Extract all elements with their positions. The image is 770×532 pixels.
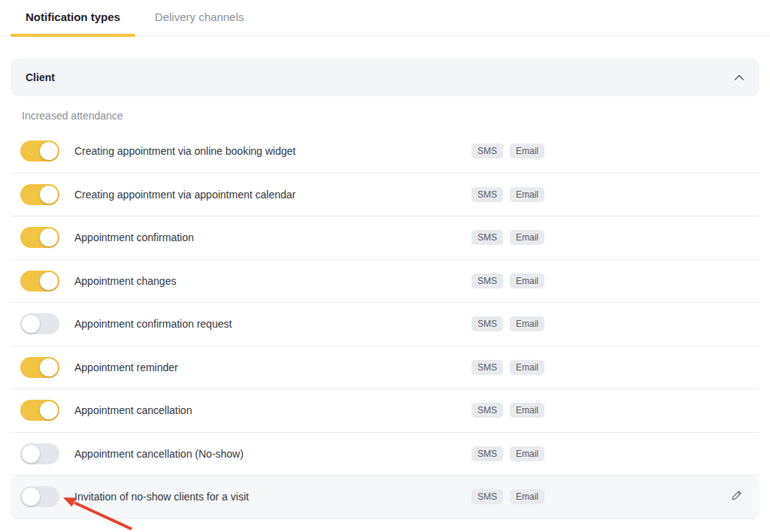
row-label: Appointment confirmation [74,231,194,243]
channel-badges: SMS Email [471,403,544,418]
row-appointment-changes: Appointment changes SMS Email [11,260,759,304]
sms-badge: SMS [471,274,503,289]
toggle-appointment-cancellation-no-show[interactable] [20,443,59,464]
channel-badges: SMS Email [471,316,544,331]
toggle-knob [22,315,40,333]
channel-badges: SMS Email [471,230,544,245]
channel-badges: SMS Email [471,489,544,504]
row-label: Appointment changes [74,275,176,287]
row-creating-appointment-via-online-booking-widget: Creating appointment via online booking … [11,130,759,174]
toggle-knob [40,401,58,419]
chevron-up-icon[interactable] [734,74,744,81]
tab-label: Delivery channels [155,11,244,23]
pencil-icon [730,488,744,505]
row-appointment-reminder: Appointment reminder SMS Email [11,346,759,390]
sms-badge: SMS [471,316,503,331]
row-appointment-cancellation: Appointment cancellation SMS Email [11,389,759,433]
edit-button[interactable] [729,488,745,505]
tab-notification-types[interactable]: Notification types [11,0,135,35]
tab-bar: Notification types Delivery channels [0,0,770,36]
row-appointment-confirmation: Appointment confirmation SMS Email [11,216,759,260]
row-label: Creating appointment via appointment cal… [74,189,296,201]
row-creating-appointment-via-appointment-calendar: Creating appointment via appointment cal… [11,174,759,217]
toggle-knob [22,488,40,506]
toggle-appointment-cancellation[interactable] [20,400,59,421]
email-badge: Email [510,274,544,289]
row-label: Invitation of no-show clients for a visi… [74,491,249,503]
row-label: Appointment cancellation [74,404,192,416]
channel-badges: SMS Email [471,187,544,202]
sms-badge: SMS [471,403,503,418]
toggle-knob [40,228,58,246]
email-badge: Email [510,360,544,375]
sms-badge: SMS [471,360,503,375]
row-label: Creating appointment via online booking … [74,145,296,157]
row-label: Appointment cancellation (No-show) [74,448,244,460]
row-appointment-cancellation-no-show: Appointment cancellation (No-show) SMS E… [11,433,759,476]
toggle-appointment-reminder[interactable] [20,357,59,378]
sms-badge: SMS [471,230,503,245]
channel-badges: SMS Email [471,274,544,289]
tab-label: Notification types [26,11,120,23]
row-label: Appointment confirmation request [74,318,232,330]
group-label: Increased attendance [11,110,759,122]
email-badge: Email [510,446,544,461]
sms-badge: SMS [471,489,503,504]
sms-badge: SMS [471,144,503,159]
email-badge: Email [510,230,544,245]
toggle-knob [22,445,40,463]
toggle-creating-appointment-via-appointment-calendar[interactable] [20,184,59,205]
toggle-invitation-of-no-show-clients-for-a-visit[interactable] [20,486,59,507]
toggle-appointment-changes[interactable] [20,271,59,292]
toggle-appointment-confirmation[interactable] [20,227,59,248]
tab-delivery-channels[interactable]: Delivery channels [140,0,259,35]
section-title: Client [26,71,55,83]
email-badge: Email [510,144,544,159]
notification-settings-page: Notification types Delivery channels Cli… [0,0,770,532]
email-badge: Email [510,403,544,418]
channel-badges: SMS Email [471,360,544,375]
toggle-knob [40,358,58,376]
section-header-client[interactable]: Client [11,59,759,96]
toggle-appointment-confirmation-request[interactable] [20,313,59,334]
notification-rows-list: Creating appointment via online booking … [11,130,759,519]
channel-badges: SMS Email [471,144,544,159]
toggle-knob [40,142,58,160]
sms-badge: SMS [471,446,503,461]
row-label: Appointment reminder [74,361,178,373]
email-badge: Email [510,316,544,331]
sms-badge: SMS [471,187,503,202]
toggle-creating-appointment-via-online-booking-widget[interactable] [20,141,59,162]
email-badge: Email [510,489,544,504]
row-invitation-of-no-show-clients-for-a-visit: Invitation of no-show clients for a visi… [11,476,759,519]
email-badge: Email [510,187,544,202]
toggle-knob [40,272,58,290]
toggle-knob [40,186,58,204]
channel-badges: SMS Email [471,446,544,461]
row-appointment-confirmation-request: Appointment confirmation request SMS Ema… [11,303,759,346]
